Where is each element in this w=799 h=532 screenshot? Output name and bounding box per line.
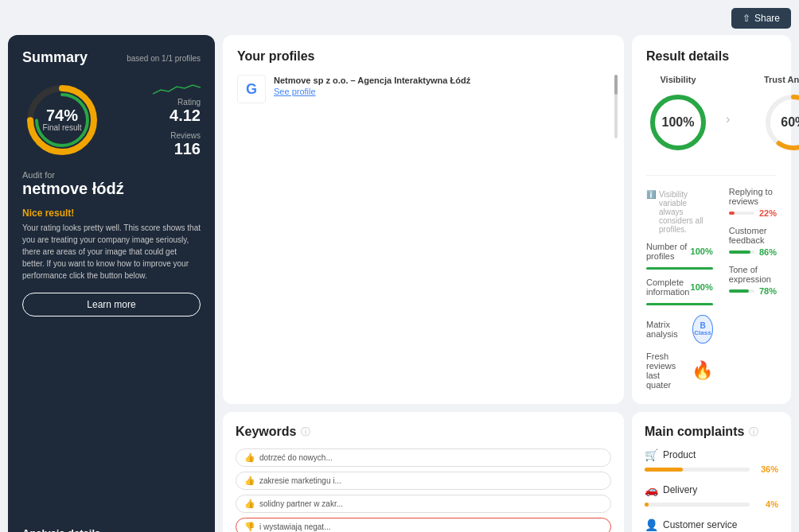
rating-group: Rating 4.12 xyxy=(153,82,201,125)
share-icon: ⇧ xyxy=(742,13,750,24)
keyword-1[interactable]: 👍 dotrzeć do nowych... xyxy=(236,449,611,467)
feedback-pct: 86% xyxy=(759,247,777,257)
complaint-customer-service: 👤 Customer service 40% xyxy=(645,518,778,532)
keyword-4[interactable]: 👎 i wystawiają negat... xyxy=(236,518,611,532)
keyword-tags: 👍 dotrzeć do nowych... 👍 zakresie market… xyxy=(236,449,611,532)
customer-service-icon: 👤 xyxy=(645,518,658,531)
left-details: ℹ️ Visibility variable always considers … xyxy=(646,187,713,390)
delivery-icon: 🚗 xyxy=(645,483,658,496)
product-pct: 36% xyxy=(754,464,778,474)
complaints-card: Main complaints ⓘ 🛒 Product 36% 🚗 Delive… xyxy=(632,412,791,532)
trust-metric: Trust Analysis 60% xyxy=(762,75,799,164)
analysis-title: Analysis details xyxy=(22,527,201,532)
profiles-title: Your profiles xyxy=(237,49,610,64)
delivery-bar xyxy=(645,503,649,507)
reviews-group: Reviews 116 xyxy=(170,131,201,158)
thumb-up-icon-3: 👍 xyxy=(244,499,255,509)
result-details-title: Result details xyxy=(646,49,777,64)
bottom-details: ℹ️ Visibility variable always considers … xyxy=(646,187,777,390)
complaints-header: Main complaints ⓘ xyxy=(645,425,778,439)
feedback-bar-fill xyxy=(729,250,751,254)
complete-info-label: Complete information xyxy=(646,278,691,297)
complete-info-value: 100% xyxy=(691,282,713,292)
result-details-card: Result details Visibility 100% › Trust A… xyxy=(632,35,791,404)
trust-gauge: 60% xyxy=(762,91,799,154)
keywords-title: Keywords xyxy=(236,425,296,439)
matrix-row: Matrix analysis B Class xyxy=(646,315,713,344)
profile-item: G Netmove sp z o.o. – Agencja Interaktyw… xyxy=(237,75,610,103)
final-label: Final result xyxy=(43,123,82,133)
profile-count-row: Number of profiles 100% Complete informa… xyxy=(646,242,713,305)
thumb-up-icon-2: 👍 xyxy=(244,476,255,486)
tone-label: Tone of expression xyxy=(729,265,777,284)
fresh-reviews-row: Fresh reviews last quater 🔥 xyxy=(646,351,713,390)
company-name: netmove łódź xyxy=(22,180,201,198)
replying-pct: 22% xyxy=(759,208,777,218)
customer-service-name: Customer service xyxy=(663,519,737,530)
summary-title: Summary xyxy=(22,49,88,66)
keywords-info-icon[interactable]: ⓘ xyxy=(301,425,310,439)
visibility-hint: ℹ️ Visibility variable always considers … xyxy=(646,190,713,234)
delivery-name: Delivery xyxy=(663,484,697,495)
share-label: Share xyxy=(754,13,780,24)
rating-sparkline xyxy=(153,82,201,98)
keywords-card: Keywords ⓘ 👍 dotrzeć do nowych... 👍 zakr… xyxy=(223,412,624,532)
score-area: 74% Final result Rating 4.12 Reviews 116 xyxy=(22,80,201,160)
reviews-label: Reviews xyxy=(170,131,201,140)
tone-metric: Tone of expression 78% xyxy=(729,265,777,296)
keywords-header: Keywords ⓘ xyxy=(236,425,611,439)
profile-logo: G xyxy=(237,75,266,103)
delivery-pct: 4% xyxy=(754,499,778,509)
profile-scrollbar xyxy=(614,75,618,138)
complaint-product: 🛒 Product 36% xyxy=(645,449,778,474)
replying-metric: Replying to reviews 22% xyxy=(729,187,777,218)
rating-reviews: Rating 4.12 Reviews 116 xyxy=(153,82,201,158)
visibility-gauge: 100% xyxy=(646,91,710,154)
tone-pct: 78% xyxy=(759,286,777,296)
replying-bar-fill xyxy=(729,212,735,215)
trust-label: Trust Analysis xyxy=(764,75,799,84)
trust-pct: 60% xyxy=(781,115,799,130)
tone-bar-fill xyxy=(729,289,749,293)
keyword-2[interactable]: 👍 zakresie marketingu i... xyxy=(236,472,611,490)
matrix-badge: B Class xyxy=(692,315,712,344)
matrix-label: Matrix analysis xyxy=(646,320,686,339)
visibility-metric: Visibility 100% xyxy=(646,75,710,164)
reviews-value: 116 xyxy=(174,140,201,158)
product-icon: 🛒 xyxy=(645,449,658,461)
replying-label: Replying to reviews xyxy=(729,187,777,206)
audit-for-label: Audit for xyxy=(22,170,201,180)
num-profiles-value: 100% xyxy=(691,247,713,256)
visibility-pct: 100% xyxy=(662,115,695,130)
visibility-label: Visibility xyxy=(660,75,696,84)
feedback-metric: Customer feedback 86% xyxy=(729,226,777,257)
rating-label: Rating xyxy=(177,98,201,107)
product-bar xyxy=(645,468,683,472)
main-layout: Summary based on 1/1 profiles 74% Final … xyxy=(8,35,791,532)
complaints-info-icon[interactable]: ⓘ xyxy=(749,425,758,439)
metrics-row: Visibility 100% › Trust Analysis xyxy=(646,75,777,176)
visibility-nav-arrow[interactable]: › xyxy=(726,112,730,126)
share-button[interactable]: ⇧ Share xyxy=(731,8,791,29)
nice-result: Nice result! xyxy=(22,208,201,219)
info-icon: ℹ️ xyxy=(646,190,656,199)
right-details: Replying to reviews 22% Customer feedbac… xyxy=(729,187,777,390)
fire-icon: 🔥 xyxy=(692,360,713,381)
thumb-down-icon-4: 👎 xyxy=(244,522,255,532)
rating-value: 4.12 xyxy=(170,107,201,125)
num-profiles-label: Number of profiles xyxy=(646,242,691,261)
fresh-reviews-label: Fresh reviews last quater xyxy=(646,351,685,390)
final-pct: 74% xyxy=(43,107,82,123)
top-bar: ⇧ Share xyxy=(8,8,791,29)
see-profile-link[interactable]: See profile xyxy=(274,87,470,96)
keyword-3[interactable]: 👍 solidny partner w zakr... xyxy=(236,495,611,513)
thumb-up-icon-1: 👍 xyxy=(244,452,255,463)
donut-center: 74% Final result xyxy=(43,107,82,133)
feedback-label: Customer feedback xyxy=(729,226,777,245)
profiles-card: Your profiles G Netmove sp z o.o. – Agen… xyxy=(223,35,624,404)
based-on-text: based on 1/1 profiles xyxy=(127,54,201,63)
summary-card: Summary based on 1/1 profiles 74% Final … xyxy=(8,35,215,532)
product-name: Product xyxy=(663,449,696,460)
learn-more-button[interactable]: Learn more xyxy=(22,293,201,316)
result-description: Your rating looks pretty well. This scor… xyxy=(22,222,201,282)
